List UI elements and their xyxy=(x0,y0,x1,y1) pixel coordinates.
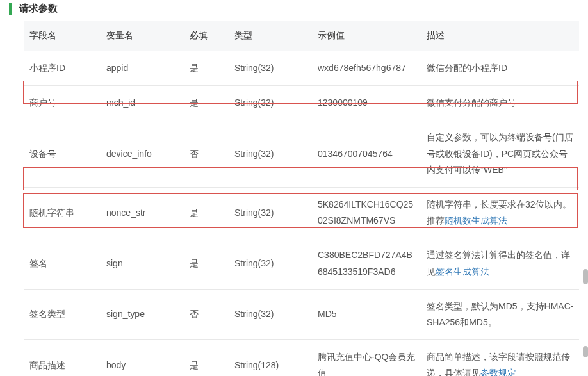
params-table-wrap: 字段名 变量名 必填 类型 示例值 描述 小程序ID appid 是 Strin… xyxy=(24,21,579,376)
cell-type: String(32) xyxy=(229,187,313,238)
th-var: 变量名 xyxy=(101,21,184,51)
cell-var: sign xyxy=(101,238,184,289)
table-row: 设备号 device_info 否 String(32) 01346700704… xyxy=(24,120,579,188)
table-row: 签名类型 sign_type 否 String(32) MD5 签名类型，默认为… xyxy=(24,289,579,339)
cell-var: mch_id xyxy=(101,86,184,120)
cell-example: 腾讯充值中心-QQ会员充值 xyxy=(313,340,421,376)
scrollbar-thumb[interactable] xyxy=(583,346,588,357)
cell-field: 商品描述 xyxy=(24,340,101,376)
params-table: 字段名 变量名 必填 类型 示例值 描述 小程序ID appid 是 Strin… xyxy=(24,21,579,376)
cell-example: wxd678efh567hg6787 xyxy=(313,51,421,86)
th-desc: 描述 xyxy=(421,21,579,51)
cell-example: MD5 xyxy=(313,289,421,339)
cell-type: String(32) xyxy=(229,289,313,339)
cell-req: 是 xyxy=(184,187,229,238)
table-row: 商户号 mch_id 是 String(32) 1230000109 微信支付分… xyxy=(24,86,579,120)
cell-type: String(32) xyxy=(229,120,313,188)
cell-example: C380BEC2BFD727A4B6845133519F3AD6 xyxy=(313,238,421,289)
cell-field: 随机字符串 xyxy=(24,187,101,238)
th-type: 类型 xyxy=(229,21,313,51)
cell-desc: 自定义参数，可以为终端设备号(门店号或收银设备ID)，PC网页或公众号内支付可以… xyxy=(421,120,579,188)
cell-example: 1230000109 xyxy=(313,86,421,120)
cell-field: 商户号 xyxy=(24,86,101,120)
cell-req: 是 xyxy=(184,340,229,376)
desc-link[interactable]: 随机数生成算法 xyxy=(445,215,507,225)
desc-link[interactable]: 参数规定 xyxy=(480,368,516,376)
th-field: 字段名 xyxy=(24,21,101,51)
section-title: 请求参数 xyxy=(9,3,588,15)
table-row: 小程序ID appid 是 String(32) wxd678efh567hg6… xyxy=(24,51,579,86)
table-row: 随机字符串 nonce_str 是 String(32) 5K8264ILTKC… xyxy=(24,187,579,238)
cell-desc: 微信支付分配的商户号 xyxy=(421,86,579,120)
cell-field: 设备号 xyxy=(24,120,101,188)
th-example: 示例值 xyxy=(313,21,421,51)
cell-desc: 随机字符串，长度要求在32位以内。推荐随机数生成算法 xyxy=(421,187,579,238)
th-req: 必填 xyxy=(184,21,229,51)
cell-desc: 通过签名算法计算得出的签名值，详见签名生成算法 xyxy=(421,238,579,289)
cell-field: 签名 xyxy=(24,238,101,289)
cell-desc: 微信分配的小程序ID xyxy=(421,51,579,86)
cell-type: String(128) xyxy=(229,340,313,376)
cell-type: String(32) xyxy=(229,238,313,289)
cell-req: 否 xyxy=(184,120,229,188)
cell-var: sign_type xyxy=(101,289,184,339)
cell-field: 签名类型 xyxy=(24,289,101,339)
cell-var: device_info xyxy=(101,120,184,188)
cell-var: nonce_str xyxy=(101,187,184,238)
cell-example: 5K8264ILTKCH16CQ2502SI8ZNMTM67VS xyxy=(313,187,421,238)
table-header-row: 字段名 变量名 必填 类型 示例值 描述 xyxy=(24,21,579,51)
scrollbar-thumb[interactable] xyxy=(583,269,588,284)
table-row: 商品描述 body 是 String(128) 腾讯充值中心-QQ会员充值 商品… xyxy=(24,340,579,376)
cell-req: 是 xyxy=(184,51,229,86)
desc-link[interactable]: 签名生成算法 xyxy=(436,266,489,277)
cell-example: 013467007045764 xyxy=(313,120,421,188)
table-row: 签名 sign 是 String(32) C380BEC2BFD727A4B68… xyxy=(24,238,579,289)
cell-req: 否 xyxy=(184,289,229,339)
cell-type: String(32) xyxy=(229,86,313,120)
cell-var: appid xyxy=(101,51,184,86)
cell-type: String(32) xyxy=(229,51,313,86)
cell-var: body xyxy=(101,340,184,376)
cell-desc: 签名类型，默认为MD5，支持HMAC-SHA256和MD5。 xyxy=(421,289,579,339)
cell-field: 小程序ID xyxy=(24,51,101,86)
cell-req: 是 xyxy=(184,86,229,120)
cell-req: 是 xyxy=(184,238,229,289)
cell-desc: 商品简单描述，该字段请按照规范传递，具体请见参数规定 xyxy=(421,340,579,376)
